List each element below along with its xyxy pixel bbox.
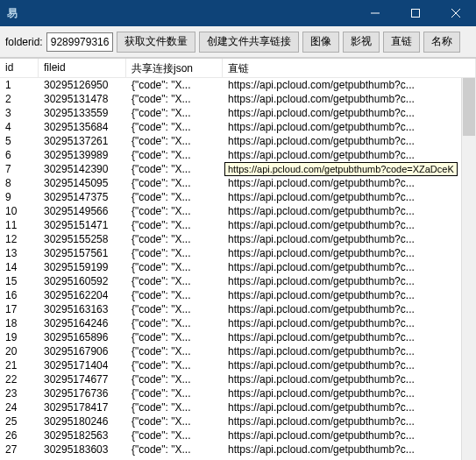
table-row[interactable]: 1930295165896{"code": "X...https://api.p…: [0, 330, 476, 344]
cell-json: {"code": "X...: [126, 330, 223, 344]
cell-url: https://api.pcloud.com/getpubthumb?c...: [223, 414, 476, 428]
maximize-button[interactable]: [395, 0, 436, 26]
cell-url: https://api.pcloud.com/getpubthumb?c...: [223, 274, 476, 288]
cell-json: {"code": "X...: [126, 190, 223, 204]
col-url[interactable]: 直链: [223, 59, 476, 77]
cell-json: {"code": "X...: [126, 428, 223, 442]
get-file-count-button[interactable]: 获取文件数量: [117, 32, 195, 53]
table-row[interactable]: 1330295157561{"code": "X...https://api.p…: [0, 246, 476, 260]
cell-id: 1: [0, 78, 39, 92]
table-row[interactable]: 430295135684{"code": "X...https://api.pc…: [0, 120, 476, 134]
cell-id: 7: [0, 162, 39, 176]
table-row[interactable]: 830295145095{"code": "X...https://api.pc…: [0, 176, 476, 190]
table-row[interactable]: 2230295174677{"code": "X...https://api.p…: [0, 372, 476, 386]
cell-id: 3: [0, 106, 39, 120]
table-row[interactable]: 2130295171404{"code": "X...https://api.p…: [0, 358, 476, 372]
cell-id: 11: [0, 218, 39, 232]
cell-url: https://api.pcloud.com/getpubthumb?c...: [223, 428, 476, 442]
table-body: 130295126950{"code": "X...https://api.pc…: [0, 78, 476, 456]
cell-url: https://api.pcloud.com/getpubthumb?c...: [223, 358, 476, 372]
cell-fileid: 30295142390: [39, 162, 126, 176]
url-tooltip: https://api.pcloud.com/getpubthumb?code=…: [224, 162, 458, 176]
table-row[interactable]: 1030295149566{"code": "X...https://api.p…: [0, 204, 476, 218]
cell-id: 26: [0, 428, 39, 442]
cell-id: 6: [0, 148, 39, 162]
cell-json: {"code": "X...: [126, 386, 223, 400]
col-id[interactable]: id: [0, 59, 39, 77]
cell-fileid: 30295133559: [39, 106, 126, 120]
cell-id: 8: [0, 176, 39, 190]
cell-fileid: 30295151471: [39, 218, 126, 232]
table-row[interactable]: 530295137261{"code": "X...https://api.pc…: [0, 134, 476, 148]
table-row[interactable]: 1530295160592{"code": "X...https://api.p…: [0, 274, 476, 288]
cell-url: https://api.pcloud.com/getpubthumb?c...: [223, 120, 476, 134]
cell-id: 20: [0, 344, 39, 358]
cell-url: https://api.pcloud.com/getpubthumb?c...: [223, 92, 476, 106]
cell-json: {"code": "X...: [126, 302, 223, 316]
folderid-label: folderid:: [5, 36, 43, 48]
cell-json: {"code": "X...: [126, 260, 223, 274]
cell-json: {"code": "X...: [126, 358, 223, 372]
cell-json: {"code": "X...: [126, 400, 223, 414]
table-row[interactable]: 330295133559{"code": "X...https://api.pc…: [0, 106, 476, 120]
cell-fileid: 30295149566: [39, 204, 126, 218]
cell-id: 21: [0, 358, 39, 372]
cell-id: 19: [0, 330, 39, 344]
scrollbar-thumb[interactable]: [463, 78, 475, 136]
name-button[interactable]: 名称: [423, 32, 460, 53]
cell-fileid: 30295174677: [39, 372, 126, 386]
table-row[interactable]: 1730295163163{"code": "X...https://api.p…: [0, 302, 476, 316]
cell-json: {"code": "X...: [126, 316, 223, 330]
table-row[interactable]: 1230295155258{"code": "X...https://api.p…: [0, 232, 476, 246]
table-row[interactable]: 930295147375{"code": "X...https://api.pc…: [0, 190, 476, 204]
cell-id: 10: [0, 204, 39, 218]
table-row[interactable]: 2430295178417{"code": "X...https://api.p…: [0, 400, 476, 414]
cell-fileid: 30295178417: [39, 400, 126, 414]
cell-id: 23: [0, 386, 39, 400]
cell-url: https://api.pcloud.com/getpubthumb?c...: [223, 400, 476, 414]
create-share-link-button[interactable]: 创建文件共享链接: [199, 32, 299, 53]
cell-json: {"code": "X...: [126, 372, 223, 386]
cell-fileid: 30295145095: [39, 176, 126, 190]
cell-id: 17: [0, 302, 39, 316]
minimize-button[interactable]: [355, 0, 395, 26]
cell-url: https://api.pcloud.com/getpubthumb?c...: [223, 176, 476, 190]
cell-json: {"code": "X...: [126, 106, 223, 120]
cell-url: https://api.pcloud.com/getpubthumb?c...: [223, 190, 476, 204]
table-row[interactable]: 2530295180246{"code": "X...https://api.p…: [0, 414, 476, 428]
video-button[interactable]: 影视: [343, 32, 380, 53]
vertical-scrollbar[interactable]: [461, 78, 476, 460]
toolbar: folderid: 获取文件数量 创建文件共享链接 图像 影视 直链 名称: [0, 26, 476, 58]
image-button[interactable]: 图像: [302, 32, 339, 53]
cell-json: {"code": "X...: [126, 288, 223, 302]
cell-fileid: 30295167906: [39, 344, 126, 358]
cell-id: 2: [0, 92, 39, 106]
table-row[interactable]: 1430295159199{"code": "X...https://api.p…: [0, 260, 476, 274]
cell-json: {"code": "X...: [126, 246, 223, 260]
col-json[interactable]: 共享连接json: [126, 59, 223, 77]
col-fileid[interactable]: fileid: [39, 59, 126, 77]
direct-link-button[interactable]: 直链: [383, 32, 420, 53]
table-row[interactable]: 2630295182563{"code": "X...https://api.p…: [0, 428, 476, 442]
table-row[interactable]: 2330295176736{"code": "X...https://api.p…: [0, 386, 476, 400]
cell-json: {"code": "X...: [126, 218, 223, 232]
cell-fileid: 30295164246: [39, 316, 126, 330]
cell-fileid: 30295165896: [39, 330, 126, 344]
cell-fileid: 30295160592: [39, 274, 126, 288]
table-row[interactable]: 1830295164246{"code": "X...https://api.p…: [0, 316, 476, 330]
table-row[interactable]: 1130295151471{"code": "X...https://api.p…: [0, 218, 476, 232]
cell-id: 13: [0, 246, 39, 260]
table-row[interactable]: 1630295162204{"code": "X...https://api.p…: [0, 288, 476, 302]
table-row[interactable]: 2030295167906{"code": "X...https://api.p…: [0, 344, 476, 358]
table-row[interactable]: 130295126950{"code": "X...https://api.pc…: [0, 78, 476, 92]
folderid-input[interactable]: [46, 32, 113, 52]
close-button[interactable]: [436, 0, 476, 26]
table-row[interactable]: 230295131478{"code": "X...https://api.pc…: [0, 92, 476, 106]
table-row[interactable]: 630295139989{"code": "X...https://api.pc…: [0, 148, 476, 162]
cell-id: 12: [0, 232, 39, 246]
table-row[interactable]: 2730295183603{"code": "X...https://api.p…: [0, 442, 476, 456]
table-container: id fileid 共享连接json 直链 130295126950{"code…: [0, 58, 476, 460]
cell-json: {"code": "X...: [126, 442, 223, 456]
cell-url: https://api.pcloud.com/getpubthumb?c...: [223, 386, 476, 400]
cell-fileid: 30295131478: [39, 92, 126, 106]
